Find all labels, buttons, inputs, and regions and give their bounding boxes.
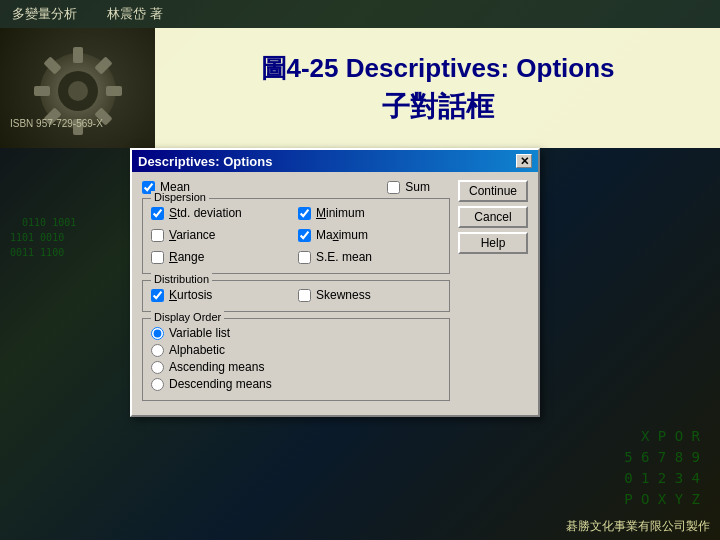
sum-label[interactable]: Sum <box>405 180 430 194</box>
display-order-section: Display Order Variable list Alphabetic A… <box>142 318 450 401</box>
bg-decoration: X P O R5 6 7 8 90 1 2 3 4P O X Y Z <box>624 405 700 510</box>
close-button[interactable]: ✕ <box>516 154 532 168</box>
variance-row: Variance <box>151 228 294 242</box>
distribution-label: Distribution <box>151 273 212 285</box>
std-dev-row: Std. deviation <box>151 206 294 220</box>
alphabetic-row: Alphabetic <box>151 343 441 357</box>
dispersion-section: Dispersion Std. deviation Minimum Varian… <box>142 198 450 274</box>
range-label[interactable]: Range <box>169 250 204 264</box>
dialog-left-panel: Mean Sum Dispersion Std. deviation <box>142 180 450 407</box>
dialog-title: Descriptives: Options <box>138 154 272 169</box>
minimum-row: Minimum <box>298 206 441 220</box>
range-row: Range <box>151 250 294 264</box>
gear-image: ISBN 957-729-569-X <box>0 28 155 148</box>
sum-checkbox[interactable] <box>387 181 400 194</box>
page-title-sub: 子對話框 <box>382 88 494 126</box>
bg-decoration2: 0110 10011101 00100011 1100 <box>10 200 76 260</box>
descending-means-radio[interactable] <box>151 378 164 391</box>
descending-means-label[interactable]: Descending means <box>169 377 272 391</box>
std-dev-label[interactable]: Std. deviation <box>169 206 242 220</box>
continue-button[interactable]: Continue <box>458 180 528 202</box>
cancel-button[interactable]: Cancel <box>458 206 528 228</box>
skewness-checkbox[interactable] <box>298 289 311 302</box>
maximum-checkbox[interactable] <box>298 229 311 242</box>
variance-checkbox[interactable] <box>151 229 164 242</box>
dialog-titlebar: Descriptives: Options ✕ <box>132 150 538 172</box>
descending-means-row: Descending means <box>151 377 441 391</box>
descriptives-options-dialog: Descriptives: Options ✕ Mean Sum Dispers… <box>130 148 540 417</box>
title-area: 圖4-25 Descriptives: Options 子對話框 <box>155 28 720 148</box>
top-title2: 林震岱 著 <box>107 5 163 23</box>
ascending-means-row: Ascending means <box>151 360 441 374</box>
minimum-checkbox[interactable] <box>298 207 311 220</box>
svg-rect-3 <box>73 47 83 63</box>
page-title-main: 圖4-25 Descriptives: Options <box>261 51 615 86</box>
kurtosis-row: Kurtosis <box>151 288 294 302</box>
variable-list-radio[interactable] <box>151 327 164 340</box>
dialog-button-panel: Continue Cancel Help <box>458 180 528 407</box>
top-title1: 多變量分析 <box>12 5 77 23</box>
dialog-content: Mean Sum Dispersion Std. deviation <box>132 172 538 415</box>
svg-point-2 <box>68 81 88 101</box>
dispersion-label: Dispersion <box>151 191 209 203</box>
range-checkbox[interactable] <box>151 251 164 264</box>
variable-list-label[interactable]: Variable list <box>169 326 230 340</box>
dispersion-checkboxes: Std. deviation Minimum Variance Maximum <box>151 203 441 267</box>
help-button[interactable]: Help <box>458 232 528 254</box>
bottom-credit: 碁勝文化事業有限公司製作 <box>566 518 710 535</box>
ascending-means-label[interactable]: Ascending means <box>169 360 264 374</box>
sum-check-group: Sum <box>387 180 430 194</box>
variance-label[interactable]: Variance <box>169 228 215 242</box>
maximum-label[interactable]: Maximum <box>316 228 368 242</box>
minimum-label[interactable]: Minimum <box>316 206 365 220</box>
maximum-row: Maximum <box>298 228 441 242</box>
variable-list-row: Variable list <box>151 326 441 340</box>
top-bar: 多變量分析 林震岱 著 <box>0 0 720 28</box>
display-order-label: Display Order <box>151 311 224 323</box>
alphabetic-label[interactable]: Alphabetic <box>169 343 225 357</box>
ascending-means-radio[interactable] <box>151 361 164 374</box>
alphabetic-radio[interactable] <box>151 344 164 357</box>
distribution-section: Distribution Kurtosis Skewness <box>142 280 450 312</box>
se-mean-label[interactable]: S.E. mean <box>316 250 372 264</box>
distribution-checkboxes: Kurtosis Skewness <box>151 285 441 305</box>
skewness-row: Skewness <box>298 288 441 302</box>
kurtosis-checkbox[interactable] <box>151 289 164 302</box>
svg-rect-5 <box>106 86 122 96</box>
svg-rect-9 <box>34 86 50 96</box>
kurtosis-label[interactable]: Kurtosis <box>169 288 212 302</box>
se-mean-checkbox[interactable] <box>298 251 311 264</box>
se-mean-row: S.E. mean <box>298 250 441 264</box>
skewness-label[interactable]: Skewness <box>316 288 371 302</box>
std-dev-checkbox[interactable] <box>151 207 164 220</box>
isbn: ISBN 957-729-569-X <box>10 118 103 129</box>
